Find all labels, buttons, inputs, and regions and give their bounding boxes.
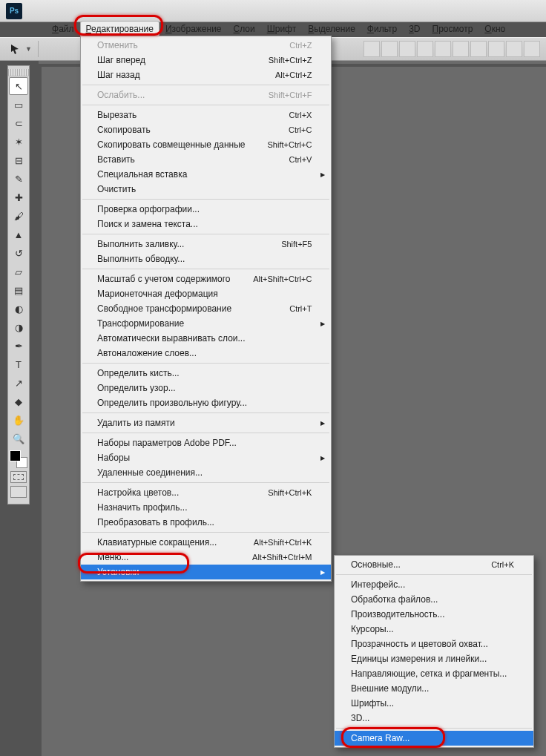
menuitem-label: Ослабить... <box>97 90 145 100</box>
menuitem[interactable]: Преобразовать в профиль... <box>81 515 331 530</box>
menuitem-label: Автоматически выравнивать слои... <box>97 333 246 344</box>
tool-history[interactable]: ↺ <box>9 244 28 262</box>
align-icon[interactable] <box>488 41 504 57</box>
menu-Окно[interactable]: Окно <box>478 21 511 37</box>
menuitem[interactable]: Марионеточная деформация <box>81 286 331 301</box>
align-icon[interactable] <box>381 41 398 57</box>
menuitem[interactable]: Настройка цветов...Shift+Ctrl+K <box>81 485 331 500</box>
tool-move[interactable]: ↖ <box>9 77 28 95</box>
menuitem[interactable]: Курсоры... <box>335 622 533 637</box>
menuitem[interactable]: Выполнить обводку... <box>81 252 331 266</box>
align-icon[interactable] <box>417 41 433 57</box>
menuitem[interactable]: Производительность... <box>335 607 533 622</box>
menuitem[interactable]: Удаленные соединения... <box>81 465 331 480</box>
tool-blur[interactable]: ◐ <box>9 300 28 318</box>
tool-type[interactable]: T <box>9 355 28 373</box>
menuitem[interactable]: Шрифты... <box>335 696 533 711</box>
menu-Шрифт[interactable]: Шрифт <box>261 21 302 37</box>
menuitem-label: Camera Raw... <box>351 733 410 743</box>
menuitem[interactable]: Единицы измерения и линейки... <box>335 651 533 666</box>
menuitem[interactable]: Автоналожение слоев... <box>81 346 331 361</box>
menuitem[interactable]: Наборы параметров Adobe PDF... <box>81 435 331 450</box>
menuitem[interactable]: Шаг назадAlt+Ctrl+Z <box>81 68 331 82</box>
menuitem[interactable]: Определить произвольную фигуру... <box>81 395 331 410</box>
menu-Изображение[interactable]: Изображение <box>159 21 228 37</box>
screenmode-icon[interactable] <box>10 486 27 498</box>
menuitem[interactable]: 3D... <box>335 711 533 726</box>
menuitem[interactable]: Определить кисть... <box>81 366 331 381</box>
menuitem[interactable]: Трансформирование <box>81 316 331 331</box>
menuitem[interactable]: Шаг впередShift+Ctrl+Z <box>81 53 331 68</box>
menuitem[interactable]: Назначить профиль... <box>81 500 331 515</box>
menuitem[interactable]: Выполнить заливку...Shift+F5 <box>81 237 331 252</box>
menuitem[interactable]: Проверка орфографии... <box>81 202 331 217</box>
menuitem[interactable]: Направляющие, сетка и фрагменты... <box>335 666 533 681</box>
align-icon[interactable] <box>506 41 522 57</box>
menu-Фильтр[interactable]: Фильтр <box>361 21 403 37</box>
menuitem[interactable]: Свободное трансформированиеCtrl+T <box>81 301 331 316</box>
menu-Просмотр[interactable]: Просмотр <box>427 21 479 37</box>
menuitem[interactable]: Внешние модули... <box>335 681 533 696</box>
menuitem-label: Шрифты... <box>351 698 394 709</box>
menuitem[interactable]: Масштаб с учетом содержимогоAlt+Shift+Ct… <box>81 272 331 286</box>
menuitem[interactable]: Наборы <box>81 450 331 465</box>
tool-dodge[interactable]: ◑ <box>9 318 28 336</box>
tool-marquee[interactable]: ▭ <box>9 96 28 114</box>
shortcut: Ctrl+Z <box>267 41 312 50</box>
menu-Редактирование[interactable]: Редактирование <box>80 21 159 37</box>
menuitem-label: Скопировать <box>97 125 151 135</box>
menuitem[interactable]: Поиск и замена текста... <box>81 217 331 231</box>
menuitem[interactable]: Camera Raw... <box>335 731 533 746</box>
menu-Выделение[interactable]: Выделение <box>302 21 361 37</box>
menuitem-label: Меню... <box>97 552 128 562</box>
edit-menu: ОтменитьCtrl+ZШаг впередShift+Ctrl+ZШаг … <box>80 36 332 582</box>
menuitem-label: Направляющие, сетка и фрагменты... <box>351 668 507 679</box>
menuitem[interactable]: Очистить <box>81 182 331 197</box>
menuitem[interactable]: Основные...Ctrl+K <box>335 557 533 572</box>
tool-wand[interactable]: ✶ <box>9 133 28 151</box>
align-icon[interactable] <box>524 41 540 57</box>
menuitem[interactable]: ВставитьCtrl+V <box>81 152 331 167</box>
menuitem[interactable]: СкопироватьCtrl+C <box>81 122 331 137</box>
menuitem[interactable]: Меню...Alt+Shift+Ctrl+M <box>81 550 331 565</box>
menuitem[interactable]: Прозрачность и цветовой охват... <box>335 637 533 651</box>
menu-Файл[interactable]: Файл <box>46 21 80 37</box>
menu-3D[interactable]: 3D <box>403 21 426 37</box>
tool-heal[interactable]: ✚ <box>9 188 28 206</box>
tool-eyedrop[interactable]: ✎ <box>9 170 28 188</box>
align-icon[interactable] <box>435 41 451 57</box>
menuitem-label: Шаг вперед <box>97 55 145 65</box>
tool-shape[interactable]: ◆ <box>9 392 28 410</box>
tool-path[interactable]: ↗ <box>9 374 28 392</box>
tool-stamp[interactable]: ▲ <box>9 226 28 243</box>
menuitem[interactable]: ВырезатьCtrl+X <box>81 108 331 122</box>
tool-hand[interactable]: ✋ <box>9 411 28 429</box>
tool-pen[interactable]: ✒ <box>9 337 28 355</box>
quickmask-icon[interactable] <box>10 471 27 483</box>
tool-gradient[interactable]: ▤ <box>9 281 28 299</box>
menuitem[interactable]: Обработка файлов... <box>335 592 533 607</box>
tool-lasso[interactable]: ⊂ <box>9 114 28 132</box>
tool-zoom[interactable]: 🔍 <box>9 430 28 447</box>
panel-grip[interactable] <box>8 69 29 76</box>
menuitem-label: Назначить профиль... <box>97 502 187 513</box>
menuitem[interactable]: Установки <box>81 565 331 579</box>
align-icon[interactable] <box>470 41 487 57</box>
menuitem[interactable]: Специальная вставка <box>81 167 331 182</box>
menuitem[interactable]: Интерфейс... <box>335 577 533 592</box>
menuitem[interactable]: Автоматически выравнивать слои... <box>81 331 331 346</box>
align-icon[interactable] <box>453 41 469 57</box>
menuitem[interactable]: Скопировать совмещенные данныеShift+Ctrl… <box>81 137 331 152</box>
menuitem[interactable]: Определить узор... <box>81 381 331 395</box>
menuitem[interactable]: Клавиатурные сокращения...Alt+Shift+Ctrl… <box>81 535 331 550</box>
shortcut: Shift+Ctrl+Z <box>246 56 312 65</box>
tool-eraser[interactable]: ▱ <box>9 263 28 280</box>
align-icon[interactable] <box>399 41 415 57</box>
tool-crop[interactable]: ⊟ <box>9 151 28 169</box>
menu-Слои[interactable]: Слои <box>228 21 261 37</box>
tool-brush[interactable]: 🖌 <box>9 207 28 225</box>
color-swatch[interactable] <box>10 450 27 468</box>
menuitem-label: Выполнить обводку... <box>97 254 185 264</box>
menuitem[interactable]: Удалить из памяти <box>81 415 331 430</box>
align-icon[interactable] <box>364 41 380 57</box>
